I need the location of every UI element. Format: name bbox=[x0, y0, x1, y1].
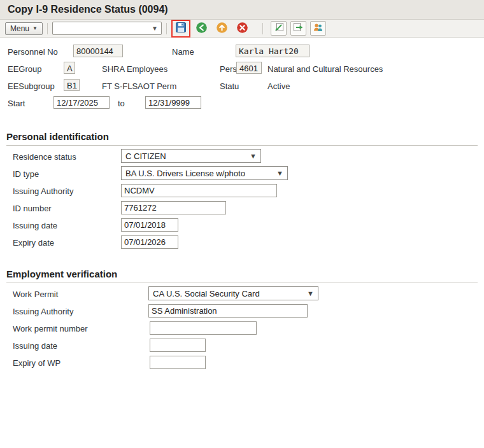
chevron-down-icon: ▼ bbox=[307, 290, 314, 297]
ev-issuing-authority-label: Issuing Authority bbox=[13, 307, 73, 316]
next-record-button[interactable] bbox=[290, 21, 306, 36]
eegroup-text: SHRA Employees bbox=[102, 64, 167, 74]
start-label: Start bbox=[8, 99, 25, 108]
command-field[interactable]: ▼ bbox=[52, 22, 162, 35]
personnel-icon bbox=[313, 22, 324, 35]
employment-verification-heading: Employment verification bbox=[6, 269, 478, 283]
ev-issuing-date-input[interactable] bbox=[150, 339, 206, 352]
toolbar: Menu ▼ ▼ bbox=[0, 20, 484, 38]
personnel-no-label: Personnel No bbox=[8, 47, 58, 57]
prev-record-icon bbox=[273, 22, 284, 35]
toolbar-divider bbox=[47, 23, 48, 34]
end-date-input[interactable] bbox=[145, 96, 201, 109]
personnel-no-field[interactable]: 80000144 bbox=[73, 45, 123, 57]
id-number-label: ID number bbox=[13, 204, 52, 213]
persa-text: Natural and Cultural Resources bbox=[267, 64, 383, 74]
expiry-date-label: Expiry date bbox=[13, 238, 54, 248]
highlight-box bbox=[171, 20, 190, 38]
chevron-down-icon: ▼ bbox=[152, 25, 161, 32]
name-label: Name bbox=[172, 47, 194, 57]
prev-record-button[interactable] bbox=[271, 21, 287, 36]
page-title: Copy I-9 Residence Status (0094) bbox=[0, 4, 168, 15]
expiry-of-wp-label: Expiry of WP bbox=[13, 358, 60, 368]
pi-issuing-date-input[interactable] bbox=[121, 218, 178, 232]
id-type-label: ID type bbox=[13, 169, 39, 179]
eesubgroup-field[interactable]: B1 bbox=[64, 79, 80, 91]
eegroup-field[interactable]: A bbox=[64, 62, 75, 74]
menu-button-label: Menu bbox=[10, 24, 29, 33]
title-bar: Copy I-9 Residence Status (0094) bbox=[0, 0, 484, 20]
persa-field[interactable]: 4601 bbox=[236, 62, 262, 74]
pi-issuing-authority-input[interactable] bbox=[121, 184, 277, 197]
id-number-input[interactable] bbox=[121, 201, 226, 214]
chevron-down-icon: ▼ bbox=[276, 169, 283, 177]
name-field[interactable]: Karla Hart20 bbox=[236, 45, 310, 57]
ev-issuing-authority-input[interactable] bbox=[148, 304, 308, 318]
chevron-down-icon: ▼ bbox=[250, 152, 257, 160]
eegroup-label: EEGroup bbox=[8, 64, 41, 74]
toolbar-divider bbox=[262, 23, 263, 34]
eesubgroup-text: FT S-FLSAOT Perm bbox=[102, 81, 176, 91]
personnel-button[interactable] bbox=[310, 21, 326, 36]
back-button[interactable] bbox=[194, 21, 210, 36]
status-text: Active bbox=[267, 81, 290, 91]
start-date-input[interactable] bbox=[53, 96, 110, 109]
work-permit-number-input[interactable] bbox=[150, 321, 257, 335]
eesubgroup-label: EESubgroup bbox=[8, 81, 55, 91]
pi-issuing-date-label: Issuing date bbox=[13, 221, 57, 230]
residence-status-select[interactable]: C CITIZEN ▼ bbox=[121, 149, 261, 163]
ev-issuing-date-label: Issuing date bbox=[13, 341, 57, 351]
save-icon bbox=[175, 22, 187, 35]
id-type-select[interactable]: BA U.S. Drivers License w/photo ▼ bbox=[121, 166, 288, 180]
residence-status-value: C CITIZEN bbox=[125, 151, 166, 161]
expiry-of-wp-input[interactable] bbox=[150, 356, 206, 369]
personal-identification-heading: Personal identification bbox=[6, 131, 478, 146]
back-icon bbox=[196, 22, 208, 36]
work-permit-select[interactable]: CA U.S. Social Security Card ▼ bbox=[148, 286, 318, 300]
sap-window: Copy I-9 Residence Status (0094) Menu ▼ … bbox=[0, 0, 484, 448]
menu-button[interactable]: Menu ▼ bbox=[5, 22, 43, 35]
status-label: Statu bbox=[220, 81, 239, 91]
next-record-icon bbox=[293, 22, 304, 35]
pi-issuing-authority-label: Issuing Authority bbox=[13, 186, 73, 196]
work-permit-value: CA U.S. Social Security Card bbox=[153, 289, 260, 298]
cancel-icon bbox=[236, 22, 248, 36]
work-permit-label: Work Permit bbox=[13, 290, 58, 299]
chevron-down-icon: ▼ bbox=[32, 25, 38, 31]
work-permit-number-label: Work permit number bbox=[13, 324, 88, 333]
exit-icon bbox=[216, 22, 228, 36]
id-type-value: BA U.S. Drivers License w/photo bbox=[125, 169, 245, 178]
residence-status-label: Residence status bbox=[13, 152, 76, 162]
to-label: to bbox=[118, 99, 125, 108]
save-button[interactable] bbox=[173, 21, 189, 36]
cancel-button[interactable] bbox=[234, 21, 251, 36]
toolbar-divider bbox=[166, 23, 167, 34]
expiry-date-input[interactable] bbox=[121, 235, 178, 249]
exit-button[interactable] bbox=[214, 21, 231, 36]
